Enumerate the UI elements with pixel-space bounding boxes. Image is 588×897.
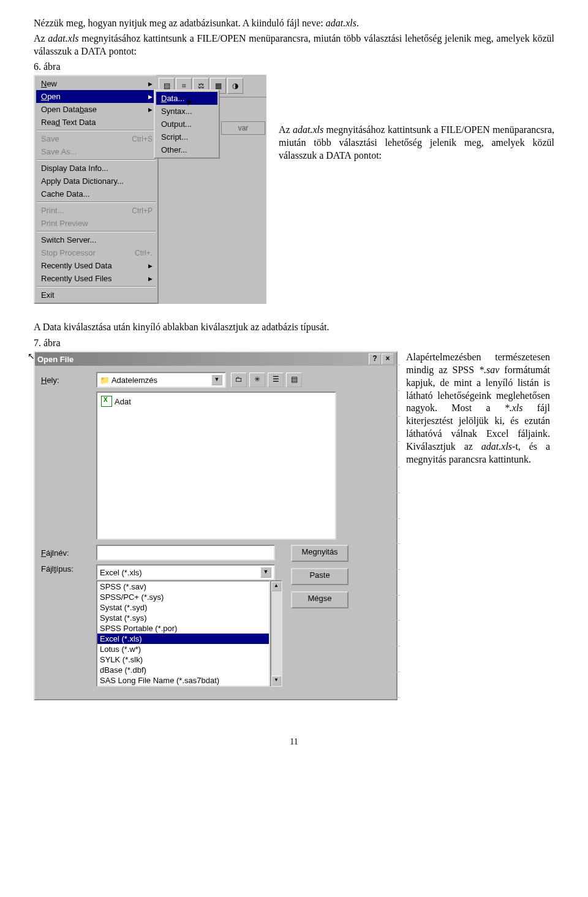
dialog-title: Open File bbox=[37, 355, 74, 364]
label-filetype: Fájltípus: bbox=[41, 564, 96, 573]
menu-save-as[interactable]: Save As... bbox=[36, 145, 156, 158]
spss-file-menu-screenshot: ▤ ⌗ ⚖ ▦ ◑ var New▶ Open▶ Open Database▶ … bbox=[34, 75, 266, 304]
new-folder-icon[interactable]: ✳ bbox=[249, 373, 265, 387]
scroll-up-icon[interactable]: ▲ bbox=[271, 581, 281, 591]
submenu-output[interactable]: Output... bbox=[156, 118, 217, 131]
up-folder-icon[interactable]: 🗀 bbox=[231, 373, 247, 387]
type-dbase[interactable]: dBase (*.dbf) bbox=[97, 665, 269, 675]
menu-recently-used-data[interactable]: Recently Used Data▶ bbox=[36, 259, 156, 272]
chevron-down-icon[interactable]: ▼ bbox=[211, 374, 222, 385]
file-list[interactable]: Adat bbox=[96, 392, 336, 540]
help-button[interactable]: ? bbox=[369, 354, 381, 365]
type-excel[interactable]: Excel (*.xls) bbox=[97, 634, 269, 644]
menu-read-text-data[interactable]: Read Text Data bbox=[36, 116, 156, 129]
menu-exit[interactable]: Exit bbox=[36, 289, 156, 301]
intro-paragraph-2: Az adat.xls megnyitásához kattintsunk a … bbox=[34, 32, 554, 58]
type-spss-sav[interactable]: SPSS (*.sav) bbox=[97, 581, 269, 592]
list-scrollbar[interactable]: ▲ ▼ bbox=[270, 580, 282, 687]
list-view-icon[interactable]: ☰ bbox=[268, 373, 284, 387]
figure-6-side-text: Az adat.xls megnyitásához kattintsunk a … bbox=[279, 75, 554, 164]
type-systat-sys[interactable]: Systat (*.sys) bbox=[97, 613, 269, 623]
paragraph-3: A Data kiválasztása után kinyíló ablakba… bbox=[34, 321, 554, 334]
menu-open-database[interactable]: Open Database▶ bbox=[36, 103, 156, 116]
location-combo[interactable]: 📁 Adatelemzés ▼ bbox=[96, 372, 226, 388]
figure-7-side-text: Alapértelmezésben természetesen mindig a… bbox=[406, 351, 550, 468]
menu-display-data-info[interactable]: Display Data Info... bbox=[36, 162, 156, 175]
menu-new[interactable]: New▶ bbox=[36, 77, 156, 90]
toolbar-icon[interactable]: ◑ bbox=[227, 78, 243, 94]
file-adat[interactable]: Adat bbox=[100, 395, 333, 407]
menu-open[interactable]: Open▶ bbox=[36, 90, 156, 103]
type-spss-portable[interactable]: SPSS Portable (*.por) bbox=[97, 623, 269, 634]
menu-switch-server[interactable]: Switch Server... bbox=[36, 233, 156, 246]
open-file-dialog: ↖ Open File ? × Hely: 📁 Adatelemzés ▼ 🗀 … bbox=[34, 351, 398, 700]
submenu-script[interactable]: Script... bbox=[156, 131, 217, 143]
intro-paragraph-1: Nézzük meg, hogyan nyitjuk meg az adatbá… bbox=[34, 17, 554, 30]
type-sylk[interactable]: SYLK (*.slk) bbox=[97, 654, 269, 665]
figure-6: ▤ ⌗ ⚖ ▦ ◑ var New▶ Open▶ Open Database▶ … bbox=[34, 75, 554, 304]
type-spss-pc[interactable]: SPSS/PC+ (*.sys) bbox=[97, 592, 269, 602]
close-button[interactable]: × bbox=[382, 354, 394, 365]
filetype-list[interactable]: SPSS (*.sav) SPSS/PC+ (*.sys) Systat (*.… bbox=[96, 580, 270, 687]
menu-apply-data-dictionary[interactable]: Apply Data Dictionary... bbox=[36, 175, 156, 187]
menu-cache-data[interactable]: Cache Data... bbox=[36, 187, 156, 200]
dialog-titlebar: Open File ? × bbox=[35, 352, 396, 366]
figure-7-caption: 7. ábra bbox=[34, 338, 554, 349]
label-location: Hely: bbox=[41, 376, 96, 385]
column-header-var: var bbox=[221, 121, 265, 135]
type-sas[interactable]: SAS Long File Name (*.sas7bdat) bbox=[97, 675, 269, 686]
filename-input[interactable] bbox=[96, 545, 275, 561]
file-menu: New▶ Open▶ Open Database▶ Read Text Data… bbox=[34, 75, 159, 304]
excel-file-icon bbox=[101, 396, 112, 407]
figure-6-caption: 6. ábra bbox=[34, 61, 554, 72]
paste-button[interactable]: Paste bbox=[291, 568, 349, 585]
cancel-button[interactable]: Mégse bbox=[291, 591, 349, 608]
menu-recently-used-files[interactable]: Recently Used Files▶ bbox=[36, 272, 156, 285]
menu-print-preview[interactable]: Print Preview bbox=[36, 217, 156, 230]
menu-print[interactable]: Print...Ctrl+P bbox=[36, 204, 156, 217]
label-filename: Fájlnév: bbox=[41, 548, 96, 558]
type-systat-syd[interactable]: Systat (*.syd) bbox=[97, 602, 269, 613]
type-lotus[interactable]: Lotus (*.w*) bbox=[97, 644, 269, 654]
filetype-combo[interactable]: Excel (*.xls) ▼ bbox=[96, 564, 275, 580]
page-number: 11 bbox=[34, 737, 554, 747]
figure-7: ↖ Open File ? × Hely: 📁 Adatelemzés ▼ 🗀 … bbox=[34, 351, 554, 700]
cursor-icon: ↖ bbox=[28, 351, 35, 361]
chevron-down-icon[interactable]: ▼ bbox=[260, 567, 271, 578]
details-view-icon[interactable]: ▤ bbox=[286, 373, 302, 387]
menu-stop-processor[interactable]: Stop ProcessorCtrl+. bbox=[36, 246, 156, 259]
open-button[interactable]: Megnyitás bbox=[291, 545, 349, 562]
menu-save[interactable]: SaveCtrl+S bbox=[36, 132, 156, 145]
scroll-down-icon[interactable]: ▼ bbox=[271, 676, 281, 686]
submenu-other[interactable]: Other... bbox=[156, 143, 217, 156]
